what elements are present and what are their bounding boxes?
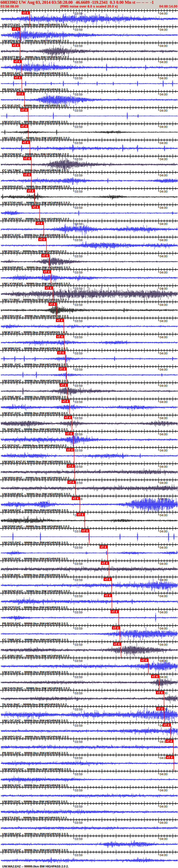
waveform[interactable] bbox=[1, 324, 177, 329]
waveform[interactable] bbox=[1, 776, 177, 783]
waveform[interactable] bbox=[1, 726, 177, 736]
time-tick-label: 03:59 bbox=[75, 319, 83, 322]
pick-flag-label[interactable]: ×T 4 bbox=[114, 643, 120, 646]
waveform[interactable] bbox=[1, 566, 177, 572]
pick-flag-label[interactable]: ×T 4 bbox=[23, 141, 29, 144]
waveform[interactable] bbox=[1, 303, 177, 315]
pick-flag-label[interactable]: ×T 4 bbox=[67, 448, 73, 452]
waveform[interactable] bbox=[1, 485, 177, 492]
time-tick-label: 04:00 bbox=[160, 44, 168, 48]
pick-flag-label[interactable]: ×T 4 bbox=[78, 513, 83, 516]
pick-flag-label[interactable]: ×T 4 bbox=[14, 60, 20, 63]
pick-flag-label[interactable]: ×T 4 bbox=[167, 740, 172, 743]
waveform[interactable] bbox=[1, 241, 177, 250]
pick-flag-label[interactable]: ×T 4 bbox=[152, 675, 158, 678]
waveform[interactable] bbox=[1, 371, 177, 379]
waveform[interactable] bbox=[1, 192, 177, 202]
time-axis-line bbox=[0, 803, 178, 804]
waveform[interactable] bbox=[1, 761, 177, 766]
pick-flag-label[interactable]: ×T 4 bbox=[113, 627, 119, 629]
waveform[interactable] bbox=[1, 177, 177, 185]
time-axis-line bbox=[0, 787, 178, 787]
pick-flag-label[interactable]: ×T 4 bbox=[164, 724, 169, 727]
pick-flag-label[interactable]: ×T 4 bbox=[28, 190, 33, 193]
pick-flag-label[interactable]: ×T 4 bbox=[60, 368, 65, 371]
time-tick-label: 04:00 bbox=[160, 675, 168, 679]
waveform[interactable] bbox=[1, 60, 177, 73]
time-tick-label: 03:59 bbox=[75, 740, 83, 743]
waveform[interactable] bbox=[1, 840, 177, 848]
pick-flag-label[interactable]: ×T 4 bbox=[44, 271, 50, 274]
pick-flag-label[interactable]: ×T 4 bbox=[21, 109, 27, 112]
waveform[interactable] bbox=[1, 210, 177, 216]
pick-flag-label[interactable]: ×T 4 bbox=[73, 497, 79, 500]
pick-flag-label[interactable]: ×T 4 bbox=[37, 222, 42, 225]
trace-row: 03:5904:00UW.WIW.EHZ -- 99999.0km BW HIG… bbox=[0, 332, 178, 350]
time-tick-label: 03:59 bbox=[75, 239, 83, 242]
pick-flag-label[interactable]: ×T 4 bbox=[46, 287, 52, 290]
pick-flag-label[interactable]: ×T 4 bbox=[157, 691, 162, 694]
waveform[interactable] bbox=[1, 404, 177, 412]
pick-flag-label[interactable]: ×T 4 bbox=[66, 432, 72, 435]
waveform[interactable] bbox=[1, 857, 177, 863]
waveform[interactable] bbox=[1, 129, 177, 135]
pick-flag-label[interactable]: ×T 4 bbox=[24, 157, 30, 160]
waveform[interactable] bbox=[1, 112, 177, 120]
pick-flag-label[interactable]: ×T 4 bbox=[68, 465, 73, 468]
time-tick-label: 03:59 bbox=[75, 174, 83, 177]
pick-flag-label[interactable]: ×T 4 bbox=[141, 659, 147, 662]
pick-flag-label[interactable]: ×T 4 bbox=[39, 238, 45, 241]
waveform-trace-panel[interactable]: 03:5904:00UW.OT3.EHZ -- 99999.0km BW HIG… bbox=[0, 0, 178, 868]
trace-row: 03:5904:00UW.PRO.EHZ -- 99999.0km BW HIG… bbox=[0, 834, 178, 852]
pick-flag-label[interactable]: ×T 4 bbox=[15, 76, 21, 79]
waveform[interactable] bbox=[1, 551, 177, 556]
waveform[interactable] bbox=[1, 793, 177, 798]
pick-flag-label[interactable]: ×T 4 bbox=[100, 546, 106, 549]
pick-flag-label[interactable]: ×T 4 bbox=[105, 578, 110, 581]
trace-label: UW.OT3.EHZ -- 99999.0km BW HIGHPASS 2.0 … bbox=[2, 23, 68, 26]
pick-flag-label[interactable]: ×T 4 bbox=[24, 174, 30, 177]
waveform[interactable] bbox=[1, 597, 177, 606]
waveform[interactable] bbox=[1, 468, 177, 475]
time-tick-label: 03:59 bbox=[75, 416, 83, 420]
waveform[interactable] bbox=[1, 809, 177, 815]
pick-flag-label[interactable]: ×T 4 bbox=[21, 125, 27, 128]
pick-flag-label[interactable]: ×T 4 bbox=[57, 319, 63, 322]
pick-flag-label[interactable]: ×T 4 bbox=[57, 335, 63, 338]
waveform[interactable] bbox=[1, 80, 177, 87]
pick-flag-label[interactable]: ×T 4 bbox=[82, 529, 88, 532]
pick-flag-label[interactable]: ×T 4 bbox=[23, 11, 28, 14]
waveform[interactable] bbox=[1, 145, 177, 153]
pick-flag-label[interactable]: ×T 4 bbox=[102, 562, 108, 565]
trace-label: UW.ET4.EHZ -- 99999.0km BW HIGHPASS 2.0 … bbox=[2, 816, 68, 819]
waveform[interactable] bbox=[1, 387, 177, 397]
waveform[interactable] bbox=[1, 745, 177, 750]
pick-flag-label[interactable]: ×T 4 bbox=[68, 481, 74, 484]
pick-flag-label[interactable]: ×T 4 bbox=[61, 384, 66, 387]
pick-flag-label[interactable]: ×T 4 bbox=[13, 28, 19, 31]
waveform[interactable] bbox=[1, 694, 177, 704]
waveform[interactable] bbox=[1, 340, 177, 346]
waveform[interactable] bbox=[1, 826, 177, 831]
pick-flag-label[interactable]: ×T 4 bbox=[167, 756, 173, 759]
pick-flag-label[interactable]: ×T 4 bbox=[157, 708, 163, 711]
pick-flag-label[interactable]: ×T 4 bbox=[58, 351, 64, 354]
trace-label: UW.DDRF.HHZ -- 99999.0km BW HIGHPASS 2.0… bbox=[2, 525, 70, 528]
waveform[interactable] bbox=[1, 516, 177, 524]
pick-flag-label[interactable]: ×T 4 bbox=[112, 611, 117, 613]
waveform[interactable] bbox=[1, 273, 177, 282]
pick-flag-label[interactable]: ×T 4 bbox=[42, 254, 48, 257]
pick-flag-label[interactable]: ×T 4 bbox=[65, 416, 71, 419]
pick-flag-label[interactable]: ×T 4 bbox=[105, 594, 111, 597]
pick-flag-label[interactable]: ×T 4 bbox=[50, 303, 55, 306]
waveform[interactable] bbox=[1, 420, 177, 428]
time-tick-label: 04:00 bbox=[160, 481, 168, 485]
pick-flag-label[interactable]: ×T 4 bbox=[63, 400, 68, 403]
waveform[interactable] bbox=[1, 452, 177, 459]
pick-flag-label[interactable]: ×T 4 bbox=[13, 44, 19, 47]
waveform[interactable] bbox=[1, 613, 177, 622]
trace-label: UW.WIW.EHZ -- 99999.0km BW HIGHPASS 2.0 … bbox=[2, 347, 68, 350]
time-tick-label: 04:00 bbox=[160, 837, 168, 840]
pick-flag-label[interactable]: ×T 4 bbox=[18, 93, 23, 95]
pick-flag-label[interactable]: ×T 4 bbox=[33, 206, 38, 209]
